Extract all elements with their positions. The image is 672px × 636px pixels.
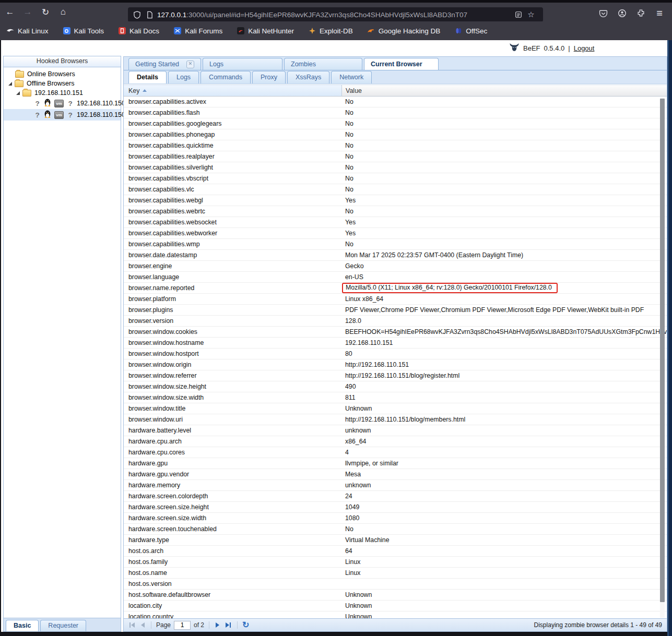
table-row[interactable]: hardware.screen.size.height1049 <box>124 502 667 513</box>
table-row[interactable]: browser.capabilities.websocketYes <box>124 217 667 228</box>
tab-logs[interactable]: Logs <box>203 58 282 70</box>
tab-getting-started[interactable]: Getting Started✕ <box>128 58 201 70</box>
table-row[interactable]: browser.window.hostname192.168.110.151 <box>124 338 667 349</box>
table-row[interactable]: browser.window.cookiesBEEFHOOK=H54gihIEe… <box>124 327 667 338</box>
table-row[interactable]: browser.capabilities.quicktimeNo <box>124 140 667 151</box>
table-row[interactable]: browser.window.titleUnknown <box>124 403 667 414</box>
tab-basic[interactable]: Basic <box>6 620 39 631</box>
forward-button[interactable]: → <box>20 5 36 19</box>
table-row[interactable]: hardware.cpu.cores4 <box>124 447 667 458</box>
column-header-key[interactable]: Key <box>124 85 342 96</box>
table-row[interactable]: host.os.version <box>124 579 667 590</box>
table-row[interactable]: browser.window.referrerhttp://192.168.11… <box>124 370 667 381</box>
bookmark-kali-nethunter[interactable]: Kali NetHunter <box>237 27 294 35</box>
table-row[interactable]: hardware.battery.levelunknown <box>124 425 667 436</box>
table-row[interactable]: host.os.nameLinux <box>124 568 667 579</box>
bookmark-kali-docs[interactable]: Kali Docs <box>118 27 159 35</box>
table-row[interactable]: browser.window.size.height490 <box>124 381 667 392</box>
reader-mode-icon[interactable] <box>514 10 523 19</box>
table-row[interactable]: hardware.cpu.archx86_64 <box>124 436 667 447</box>
table-row[interactable]: browser.capabilities.flashNo <box>124 107 667 118</box>
table-row[interactable]: browser.capabilities.googlegearsNo <box>124 118 667 129</box>
scrollbar-thumb[interactable] <box>660 99 665 602</box>
table-row[interactable]: browser.platformLinux x86_64 <box>124 294 667 305</box>
table-row[interactable]: browser.engineGecko <box>124 261 667 272</box>
table-row[interactable]: hardware.screen.colordepth24 <box>124 491 667 502</box>
table-row[interactable]: browser.window.hostport80 <box>124 349 667 359</box>
table-row[interactable]: browser.capabilities.webworkerYes <box>124 228 667 239</box>
extensions-icon[interactable] <box>633 6 648 20</box>
table-row[interactable]: browser.window.urihttp://192.168.110.151… <box>124 414 667 425</box>
table-row[interactable]: browser.capabilities.webglYes <box>124 195 667 206</box>
bookmark-offsec[interactable]: OffSec <box>454 27 487 35</box>
tree-node-192-168-110-150[interactable]: ?vm?192.168.110.150 <box>4 98 121 109</box>
table-row[interactable]: hardware.memoryunknown <box>124 480 667 491</box>
table-row[interactable]: browser.capabilities.silverlightNo <box>124 162 667 173</box>
tree-node-online-browsers[interactable]: Online Browsers <box>4 69 121 79</box>
subtab-network[interactable]: Network <box>331 71 372 83</box>
table-row[interactable]: hardware.screen.touchenabledNo <box>124 524 667 535</box>
menu-icon[interactable]: ≡ <box>652 6 667 20</box>
subtab-commands[interactable]: Commands <box>201 71 251 83</box>
tab-zombies[interactable]: Zombies <box>284 58 362 70</box>
table-row[interactable]: host.os.familyLinux <box>124 557 667 568</box>
grid-scrollbar[interactable] <box>660 98 665 618</box>
page-number-input[interactable] <box>174 621 191 630</box>
table-row[interactable]: hardware.typeVirtual Machine <box>124 535 667 546</box>
subtab-xssrays[interactable]: XssRays <box>287 71 329 83</box>
next-page-button[interactable] <box>214 622 221 628</box>
url-bar[interactable]: 127.0.0.1:3000/ui/panel#id=H54gihIEePR68… <box>128 7 543 22</box>
bookmark-exploit-db[interactable]: Exploit-DB <box>308 27 353 35</box>
prev-page-button[interactable] <box>139 622 146 628</box>
shield-icon[interactable] <box>132 10 142 19</box>
table-row[interactable]: location.cityUnknown <box>124 601 667 611</box>
table-row[interactable]: browser.capabilities.realplayerNo <box>124 151 667 162</box>
expand-arrow-icon[interactable] <box>16 91 20 95</box>
table-row[interactable]: browser.capabilities.vbscriptNo <box>124 173 667 184</box>
site-info-icon[interactable] <box>145 10 154 19</box>
tree-node-192-168-110-151[interactable]: 192.168.110.151 <box>4 88 121 98</box>
table-row[interactable]: browser.capabilities.phonegapNo <box>124 129 667 140</box>
subtab-proxy[interactable]: Proxy <box>252 71 286 83</box>
table-row[interactable]: hardware.gpullvmpipe, or similar <box>124 458 667 469</box>
refresh-icon[interactable]: ↻ <box>242 621 249 629</box>
table-row[interactable]: browser.date.datestampMon Mar 17 2025 02… <box>124 250 667 261</box>
table-row[interactable]: browser.version128.0 <box>124 316 667 327</box>
table-row[interactable]: browser.name.reportedMozilla/5.0 (X11; L… <box>124 283 667 294</box>
subtab-logs[interactable]: Logs <box>168 71 199 83</box>
table-row[interactable]: browser.languageen-US <box>124 272 667 283</box>
table-row[interactable]: hardware.screen.size.width1080 <box>124 513 667 524</box>
last-page-button[interactable] <box>224 622 232 628</box>
tab-requester[interactable]: Requester <box>40 620 86 631</box>
pocket-icon[interactable] <box>596 6 610 20</box>
bookmark-kali-tools[interactable]: Kali Tools <box>63 27 104 35</box>
table-row[interactable]: host.os.arch64 <box>124 546 667 557</box>
table-row[interactable]: browser.capabilities.activexNo <box>124 97 667 107</box>
expand-arrow-icon[interactable] <box>8 82 12 86</box>
bookmark-google-hacking-db[interactable]: Google Hacking DB <box>367 27 441 35</box>
logout-link[interactable]: Logout <box>574 44 595 52</box>
home-button[interactable]: ⌂ <box>55 5 71 19</box>
account-icon[interactable] <box>615 6 629 20</box>
table-row[interactable]: browser.pluginsPDF Viewer,Chrome PDF Vie… <box>124 305 667 316</box>
reload-button[interactable]: ↻ <box>38 5 53 19</box>
table-row[interactable]: hardware.gpu.vendorMesa <box>124 469 667 480</box>
bookmark-kali-linux[interactable]: Kali Linux <box>6 27 49 35</box>
tree-node-192-168-110-150[interactable]: ?vm?192.168.110.150 <box>4 109 121 121</box>
table-row[interactable]: browser.window.originhttp://192.168.110.… <box>124 359 667 370</box>
table-row[interactable]: location.countryUnknown <box>124 611 667 619</box>
column-header-value[interactable]: Value <box>342 85 667 96</box>
subtab-details[interactable]: Details <box>128 71 167 83</box>
bookmark-star-icon[interactable]: ☆ <box>526 10 536 19</box>
tree-node-offline-browsers[interactable]: Offline Browsers <box>4 79 121 88</box>
table-row[interactable]: browser.capabilities.wmpNo <box>124 239 667 250</box>
tab-current-browser[interactable]: Current Browser <box>364 58 439 70</box>
first-page-button[interactable] <box>128 622 136 628</box>
table-row[interactable]: host.software.defaultbrowserUnknown <box>124 590 667 601</box>
bookmark-kali-forums[interactable]: Kali Forums <box>173 27 222 35</box>
table-row[interactable]: browser.window.size.width811 <box>124 392 667 403</box>
table-row[interactable]: browser.capabilities.vlcNo <box>124 184 667 195</box>
close-tab-icon[interactable]: ✕ <box>186 61 194 68</box>
back-button[interactable]: ← <box>2 5 18 19</box>
table-row[interactable]: browser.capabilities.webrtcNo <box>124 206 667 217</box>
